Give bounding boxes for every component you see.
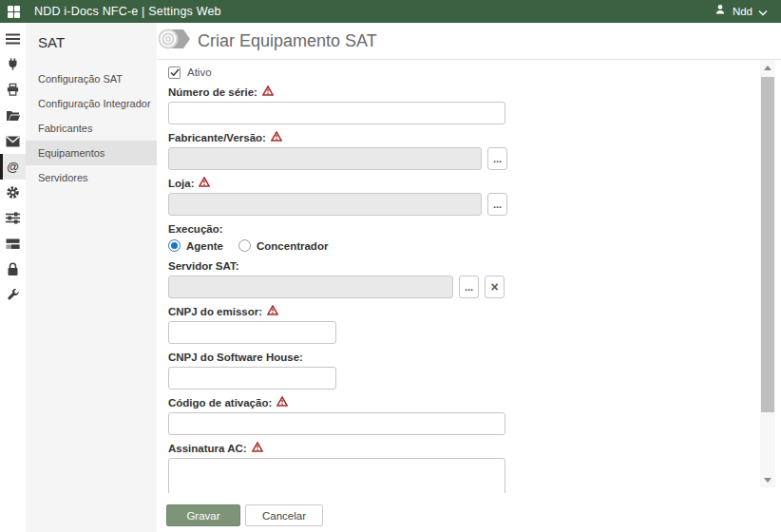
user-name: Ndd (733, 6, 752, 17)
sidebar: SAT Configuração SAT Configuração Integr… (26, 23, 157, 532)
top-app-bar: NDD i-Docs NFC-e | Settings Web Ndd (0, 0, 781, 23)
cnpj-emissor-input[interactable] (168, 321, 336, 344)
codigo-ativacao-label: Código de ativação: (168, 396, 781, 408)
printer-icon[interactable] (0, 77, 26, 103)
folder-open-icon[interactable] (0, 103, 26, 128)
sidebar-item-equipamentos[interactable]: Equipamentos (26, 141, 157, 165)
form-footer: Gravar Cancelar (157, 493, 781, 532)
mail-icon[interactable] (0, 128, 26, 154)
cnpj-software-house-label: CNPJ do Software House: (168, 351, 781, 363)
sidebar-item-configuracao-integrador[interactable]: Configuração Integrador (26, 91, 157, 116)
content-area: Criar Equipamento SAT Ativo Número de sé… (157, 23, 781, 532)
numero-serie-input[interactable] (168, 102, 505, 124)
sidebar-item-servidores[interactable]: Servidores (26, 165, 157, 190)
server-stack-icon[interactable] (0, 231, 26, 256)
warning-triangle-icon (267, 305, 278, 317)
execucao-label: Execução: (168, 222, 781, 235)
servidor-sat-label: Servidor SAT: (168, 259, 781, 272)
servidor-sat-clear-button[interactable]: × (485, 276, 505, 298)
user-menu[interactable]: Ndd (714, 0, 768, 23)
icon-rail: @ (0, 23, 26, 532)
warning-triangle-icon (262, 86, 274, 98)
scroll-down-arrow[interactable] (760, 472, 775, 487)
codigo-ativacao-input[interactable] (168, 412, 505, 435)
execucao-radio-group: Agente Concentrador (168, 238, 781, 253)
fabricante-versao-input (168, 147, 482, 170)
sidebar-item-fabricantes[interactable]: Fabricantes (26, 116, 157, 141)
scroll-up-arrow[interactable] (760, 60, 775, 75)
loja-input (168, 193, 482, 216)
cnpj-emissor-label: CNPJ do emissor: (168, 305, 781, 317)
at-sign-icon[interactable]: @ (0, 154, 26, 180)
user-icon (714, 3, 727, 20)
cnpj-software-house-input[interactable] (168, 367, 336, 390)
plug-icon[interactable] (0, 51, 26, 77)
loja-browse-button[interactable]: ... (487, 193, 507, 216)
radio-unselected-icon (238, 239, 251, 252)
warning-triangle-icon (252, 442, 263, 454)
cancel-button[interactable]: Cancelar (245, 504, 323, 526)
app-title: NDD i-Docs NFC-e | Settings Web (34, 5, 221, 18)
radio-concentrador[interactable]: Concentrador (238, 239, 328, 252)
servidor-sat-input (168, 276, 453, 298)
gear-icon[interactable] (0, 180, 26, 205)
apps-grid-icon (8, 6, 20, 18)
fabricante-versao-label: Fabricante/Versão: (168, 131, 781, 143)
page-title: Criar Equipamento SAT (198, 31, 377, 51)
active-checkbox[interactable]: Ativo (168, 66, 781, 79)
radio-selected-icon (168, 239, 181, 252)
chevron-down-icon (758, 3, 768, 20)
assinatura-ac-textarea[interactable] (168, 458, 505, 493)
checkbox-checked-icon (168, 66, 181, 79)
fabricante-versao-browse-button[interactable]: ... (487, 147, 507, 170)
vertical-scrollbar[interactable] (760, 60, 775, 487)
assinatura-ac-label: Assinatura AC: (168, 442, 781, 454)
loja-label: Loja: (168, 177, 781, 189)
warning-triangle-icon (271, 131, 282, 143)
apps-launcher-button[interactable] (0, 0, 27, 23)
warning-triangle-icon (199, 177, 210, 189)
target-banner-icon (158, 24, 192, 58)
radio-agente[interactable]: Agente (168, 239, 223, 252)
servidor-sat-browse-button[interactable]: ... (459, 276, 479, 298)
sidebar-item-configuracao-sat[interactable]: Configuração SAT (26, 66, 157, 91)
form-scroll-region: Ativo Número de série: Fabricante/Versão… (157, 59, 781, 493)
save-button[interactable]: Gravar (166, 504, 240, 526)
menu-icon[interactable] (0, 26, 26, 51)
scrollbar-thumb[interactable] (761, 77, 774, 412)
warning-triangle-icon (276, 396, 288, 408)
page-header: Criar Equipamento SAT (157, 23, 781, 59)
sidebar-title: SAT (26, 32, 157, 50)
lock-icon[interactable] (0, 256, 26, 282)
active-checkbox-label: Ativo (187, 66, 212, 78)
wrench-icon[interactable] (0, 282, 26, 308)
sliders-icon[interactable] (0, 205, 26, 231)
numero-serie-label: Número de série: (168, 86, 781, 98)
